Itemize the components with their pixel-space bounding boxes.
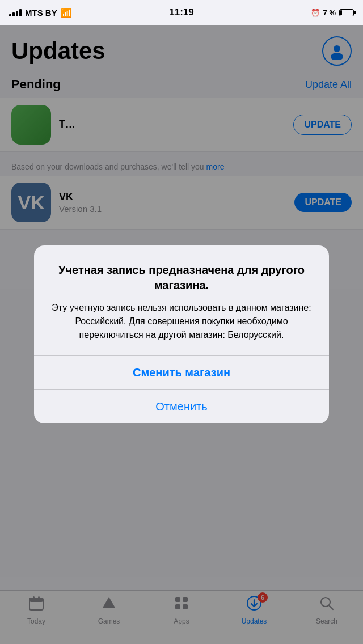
dialog-overlay: Учетная запись предназначена для другого… <box>0 25 363 644</box>
battery-pct-label: 7 % <box>323 9 336 17</box>
alert-body: Эту учетную запись нельзя использовать в… <box>50 301 313 342</box>
alarm-icon: ⏰ <box>311 9 320 17</box>
status-right: ⏰ 7 % <box>311 9 354 17</box>
bar3 <box>16 11 18 16</box>
carrier-label: MTS BY <box>25 8 57 18</box>
bar4 <box>19 9 22 16</box>
signal-bars-icon <box>9 9 22 16</box>
wifi-icon: 📶 <box>61 7 72 18</box>
battery-fill <box>340 10 342 15</box>
bar1 <box>9 14 11 16</box>
status-bar: MTS BY 📶 11:19 ⏰ 7 % <box>0 0 363 25</box>
status-left: MTS BY 📶 <box>9 7 72 18</box>
alert-title: Учетная запись предназначена для другого… <box>50 262 313 293</box>
alert-primary-button[interactable]: Сменить магазин <box>34 356 329 389</box>
alert-content: Учетная запись предназначена для другого… <box>34 245 329 355</box>
status-time: 11:19 <box>169 7 193 18</box>
alert-secondary-button[interactable]: Отменить <box>34 390 329 423</box>
app-screen: Updates Pending Update All T… Update All… <box>0 25 363 644</box>
battery-icon <box>339 9 354 16</box>
bar2 <box>12 12 15 16</box>
alert-dialog: Учетная запись предназначена для другого… <box>34 245 329 423</box>
